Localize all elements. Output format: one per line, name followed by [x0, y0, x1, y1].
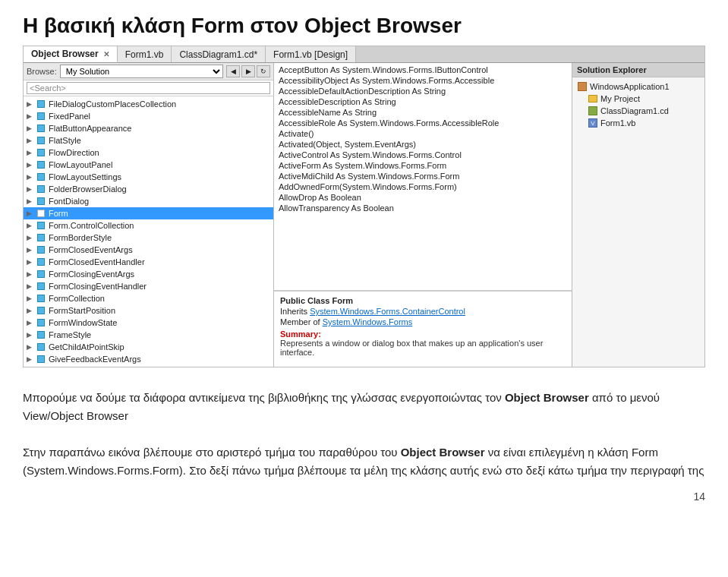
- tree-item-framestyle[interactable]: ▶ FrameStyle: [24, 329, 273, 341]
- tree-arrow: ▶: [27, 137, 36, 144]
- class-icon: [36, 196, 46, 207]
- class-icon: [36, 232, 46, 243]
- tree-item-formstartposition[interactable]: ▶ FormStartPosition: [24, 304, 273, 317]
- tree-item-formclosedeventargs[interactable]: ▶ FormClosedEventArgs: [24, 244, 273, 256]
- member-activecontrol[interactable]: ActiveControl As System.Windows.Forms.Co…: [274, 150, 572, 160]
- tab-form1-design[interactable]: Form1.vb [Design]: [266, 46, 356, 62]
- member-activate[interactable]: Activate(): [274, 128, 572, 139]
- tree-item-formclosedeventhandler[interactable]: ▶ FormClosedEventHandler: [24, 256, 273, 268]
- solution-explorer-tree: WindowsApplication1 My Project ClassDiag…: [572, 77, 704, 132]
- tree-arrow: ▶: [27, 234, 36, 241]
- class-icon: [36, 208, 46, 219]
- object-browser-bold: Object Browser: [505, 391, 589, 404]
- tree-item-flowlayoutpanel[interactable]: ▶ FlowLayoutPanel: [24, 159, 273, 171]
- member-accessibilityobject[interactable]: AccessibilityObject As System.Windows.Fo…: [274, 75, 572, 86]
- sol-item-label: WindowsApplication1: [590, 82, 670, 91]
- sol-item-myproject[interactable]: My Project: [586, 93, 701, 105]
- tab-bar: Object Browser ✕ Form1.vb ClassDiagram1.…: [24, 46, 704, 63]
- tree-item-givefeedback[interactable]: ▶ GiveFeedbackEventArgs: [24, 353, 273, 365]
- tree-item-flatstyle[interactable]: ▶ FlatStyle: [24, 134, 273, 147]
- member-of-link[interactable]: System.Windows.Forms: [323, 317, 413, 326]
- tab-object-browser[interactable]: Object Browser ✕: [24, 46, 118, 62]
- class-icon: [36, 147, 46, 158]
- desc-summary-line: Summary:: [280, 329, 566, 339]
- tree-arrow: ▶: [27, 100, 36, 108]
- tree-item-formclosingeventhandler[interactable]: ▶ FormClosingEventHandler: [24, 280, 273, 292]
- tree-arrow: ▶: [27, 295, 36, 302]
- page-title: Η βασική κλάση Form στον Object Browser: [0, 0, 728, 46]
- tree-item-label: FontDialog: [49, 197, 89, 206]
- public-class-label: Public Class: [280, 296, 332, 305]
- member-accessibledefaultactiondesc[interactable]: AccessibleDefaultActionDescription As St…: [274, 86, 572, 96]
- tree-item-formcontrolcollection[interactable]: ▶ Form.ControlCollection: [24, 219, 273, 232]
- class-icon: [36, 354, 46, 364]
- tree-item-folderbrowser[interactable]: ▶ FolderBrowserDialog: [24, 183, 273, 195]
- tree-item-formwindowstate[interactable]: ▶ FormWindowState: [24, 317, 273, 329]
- member-accessiblename[interactable]: AccessibleName As String: [274, 107, 572, 118]
- tree-item-label: FrameStyle: [49, 330, 91, 339]
- tree-item-flatbuttonapp[interactable]: ▶ FlatButtonAppearance: [24, 122, 273, 134]
- tree-item-form[interactable]: ▶ Form: [24, 207, 273, 219]
- class-icon: [36, 172, 46, 182]
- tree-item-formclosingeventargs[interactable]: ▶ FormClosingEventArgs: [24, 268, 273, 280]
- tree-item-getchildatpointskip[interactable]: ▶ GetChildAtPointSkip: [24, 341, 273, 353]
- forward-button[interactable]: ▶: [241, 65, 255, 77]
- class-icon: [36, 317, 46, 328]
- tree-item-label: FlowLayoutPanel: [49, 160, 112, 169]
- members-list[interactable]: AcceptButton As System.Windows.Forms.IBu…: [274, 63, 572, 291]
- tree-arrow: ▶: [27, 149, 36, 156]
- class-icon: [36, 220, 46, 231]
- tab-close-icon[interactable]: ✕: [103, 50, 109, 58]
- tree-item-label: FormStartPosition: [49, 306, 115, 315]
- solution-explorer-header: Solution Explorer: [572, 63, 704, 77]
- tree-arrow: ▶: [27, 282, 36, 290]
- member-activated[interactable]: Activated(Object, System.EventArgs): [274, 139, 572, 150]
- member-allowdrop[interactable]: AllowDrop As Boolean: [274, 192, 572, 203]
- search-input[interactable]: [27, 82, 270, 94]
- tree-list[interactable]: ▶ FileDialogCustomPlacesCollection ▶ Fix…: [24, 96, 273, 367]
- screenshot-container: Object Browser ✕ Form1.vb ClassDiagram1.…: [23, 46, 705, 367]
- tree-item-filedialog[interactable]: ▶ FileDialogCustomPlacesCollection: [24, 98, 273, 110]
- member-acceptbutton[interactable]: AcceptButton As System.Windows.Forms.IBu…: [274, 65, 572, 75]
- class-icon: [36, 305, 46, 316]
- member-accessiblerole[interactable]: AccessibleRole As System.Windows.Forms.A…: [274, 118, 572, 128]
- tree-item-label: Form: [49, 209, 68, 218]
- class-icon: [36, 123, 46, 134]
- body-text: Μπορούμε να δούμε τα διάφορα αντικείμενα…: [0, 381, 728, 487]
- tree-item-flowlayoutsettings[interactable]: ▶ FlowLayoutSettings: [24, 171, 273, 183]
- tree-item-label: FormClosingEventHandler: [49, 282, 147, 291]
- sol-item-windowsapp[interactable]: WindowsApplication1: [575, 80, 701, 93]
- back-button[interactable]: ◀: [226, 65, 240, 77]
- sol-item-form1vb[interactable]: V Form1.vb: [586, 117, 701, 129]
- sol-item-classdiagram[interactable]: ClassDiagram1.cd: [586, 105, 701, 117]
- member-accessibledescription[interactable]: AccessibleDescription As String: [274, 96, 572, 107]
- tree-item-label: FlowLayoutSettings: [49, 172, 121, 181]
- base-class-link[interactable]: System.Windows.Forms.ContainerControl: [310, 307, 465, 316]
- description-panel: Public Class Form Inherits System.Window…: [274, 291, 572, 367]
- class-icon: [36, 342, 46, 352]
- tree-arrow: ▶: [27, 222, 36, 229]
- tree-item-formborderstyle[interactable]: ▶ FormBorderStyle: [24, 232, 273, 244]
- tree-item-label: FormBorderStyle: [49, 233, 112, 242]
- class-icon: [36, 257, 46, 267]
- member-activeform[interactable]: ActiveForm As System.Windows.Forms.Form: [274, 160, 572, 171]
- tree-arrow: ▶: [27, 331, 36, 339]
- tree-item-fixedpanel[interactable]: ▶ FixedPanel: [24, 110, 273, 122]
- class-icon: [36, 244, 46, 255]
- tree-arrow: ▶: [27, 319, 36, 326]
- member-addOwnedform[interactable]: AddOwnedForm(System.Windows.Forms.Form): [274, 181, 572, 192]
- member-allowtransparency[interactable]: AllowTransparency As Boolean: [274, 203, 572, 213]
- tab-form1vb[interactable]: Form1.vb: [118, 46, 172, 62]
- tab-classdiagram[interactable]: ClassDiagram1.cd*: [172, 46, 266, 62]
- tree-item-fontdialog[interactable]: ▶ FontDialog: [24, 195, 273, 207]
- refresh-button[interactable]: ↻: [257, 65, 270, 77]
- member-activemdicchild[interactable]: ActiveMdiChild As System.Windows.Forms.F…: [274, 171, 572, 181]
- tree-arrow: ▶: [27, 270, 36, 278]
- tree-item-label: Form.ControlCollection: [49, 221, 134, 230]
- browse-select[interactable]: My Solution: [60, 65, 223, 78]
- tree-item-flowdirection[interactable]: ▶ FlowDirection: [24, 147, 273, 159]
- tree-arrow: ▶: [27, 173, 36, 181]
- class-icon: [36, 269, 46, 279]
- tree-item-formcollection[interactable]: ▶ FormCollection: [24, 292, 273, 304]
- object-browser-bold2: Object Browser: [401, 446, 485, 459]
